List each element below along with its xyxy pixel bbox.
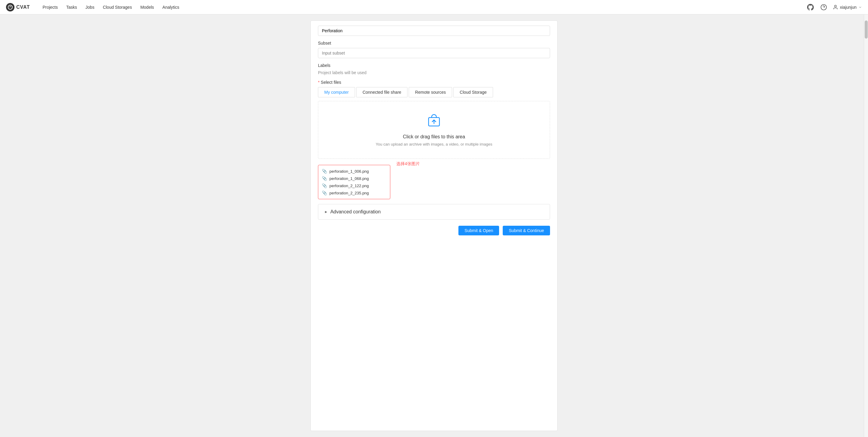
select-files-label: Select files: [318, 80, 550, 85]
form-section: Subset Labels Project labels will be use…: [311, 21, 557, 246]
drop-title: Click or drag files to this area: [324, 134, 544, 139]
upload-icon: [324, 113, 544, 130]
username: xiajunjun: [840, 5, 857, 10]
file-item-2: 📎 perforation_1_068.png: [322, 175, 386, 182]
labels-note: Project labels will be used: [318, 70, 550, 75]
paperclip-icon-3: 📎: [322, 183, 327, 188]
labels-label: Labels: [318, 63, 550, 68]
task-name-input[interactable]: [318, 26, 550, 36]
advanced-config[interactable]: ► Advanced configuration: [318, 204, 550, 220]
file-name-1: perforation_1_006.png: [330, 169, 369, 174]
submit-continue-button[interactable]: Submit & Continue: [503, 226, 550, 236]
submit-open-button[interactable]: Submit & Open: [458, 226, 499, 236]
files-area: 📎 perforation_1_006.png 📎 perforation_1_…: [318, 161, 550, 199]
help-icon[interactable]: [819, 3, 828, 11]
drop-zone[interactable]: Click or drag files to this area You can…: [318, 101, 550, 159]
nav-cloud-storages[interactable]: Cloud Storages: [99, 3, 135, 11]
file-item-3: 📎 perforation_2_122.png: [322, 182, 386, 189]
paperclip-icon-2: 📎: [322, 176, 327, 181]
file-name-3: perforation_2_122.png: [330, 184, 369, 188]
advanced-config-header: ► Advanced configuration: [324, 209, 544, 215]
navbar: CVAT Projects Tasks Jobs Cloud Storages …: [0, 0, 868, 14]
github-icon[interactable]: [806, 3, 815, 11]
chinese-note: 选择4张图片: [396, 161, 420, 167]
advanced-config-label: Advanced configuration: [330, 209, 381, 215]
tab-my-computer[interactable]: My computer: [318, 87, 355, 97]
chevron-right-icon: ►: [324, 210, 328, 214]
nav-tasks[interactable]: Tasks: [63, 3, 81, 11]
user-menu[interactable]: xiajunjun: [833, 4, 862, 10]
subset-input[interactable]: [318, 48, 550, 58]
scrollbar[interactable]: [864, 14, 868, 437]
file-item-1: 📎 perforation_1_006.png: [322, 167, 386, 175]
file-tabs: My computer Connected file share Remote …: [318, 87, 550, 97]
file-item-4: 📎 perforation_2_235.png: [322, 189, 386, 196]
file-list: 📎 perforation_1_006.png 📎 perforation_1_…: [318, 165, 390, 199]
paperclip-icon-4: 📎: [322, 190, 327, 195]
nav-analytics[interactable]: Analytics: [159, 3, 183, 11]
nav-jobs[interactable]: Jobs: [82, 3, 98, 11]
tab-connected-file-share[interactable]: Connected file share: [356, 87, 407, 97]
tab-remote-sources[interactable]: Remote sources: [409, 87, 452, 97]
nav-models[interactable]: Models: [137, 3, 158, 11]
labels-section: Labels Project labels will be used: [318, 63, 550, 75]
form-container: Subset Labels Project labels will be use…: [310, 21, 558, 431]
logo-icon: [6, 3, 14, 11]
svg-point-0: [8, 5, 12, 9]
navbar-right: xiajunjun: [806, 3, 862, 11]
file-name-2: perforation_1_068.png: [330, 176, 369, 181]
paperclip-icon-1: 📎: [322, 169, 327, 174]
submit-area: Submit & Open Submit & Continue: [318, 226, 550, 241]
subset-label: Subset: [318, 41, 550, 45]
tab-cloud-storage[interactable]: Cloud Storage: [453, 87, 493, 97]
drop-subtitle: You can upload an archive with images, a…: [324, 142, 544, 147]
file-name-4: perforation_2_235.png: [330, 191, 369, 195]
scrollbar-thumb[interactable]: [865, 21, 868, 38]
svg-point-3: [835, 5, 836, 7]
nav-projects[interactable]: Projects: [39, 3, 61, 11]
main-content: Subset Labels Project labels will be use…: [0, 14, 868, 437]
logo-text: CVAT: [16, 4, 30, 10]
nav-menu: Projects Tasks Jobs Cloud Storages Model…: [39, 3, 806, 11]
logo[interactable]: CVAT: [6, 3, 30, 11]
